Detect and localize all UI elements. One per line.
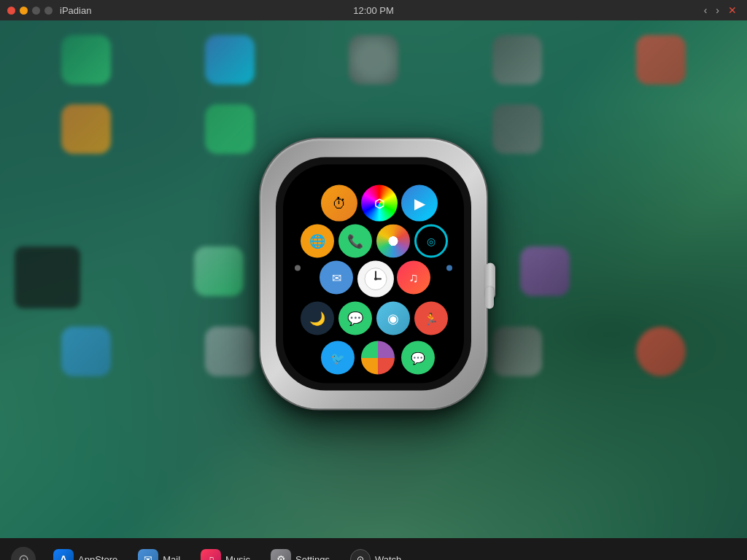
- watch-container: ⏱ ⬡ ▶ 🌐 📞: [260, 139, 487, 409]
- dock-item-appstore[interactable]: A AppStore: [43, 543, 128, 560]
- title-bar: iPadian 12:00 PM ‹ › ✕: [0, 0, 747, 20]
- nav-close-button[interactable]: ✕: [725, 4, 740, 16]
- appstore-label: AppStore: [78, 554, 117, 561]
- twitter-icon[interactable]: 🐦: [321, 341, 355, 375]
- settings-dock-icon: ⚙: [271, 549, 291, 560]
- watch-label: Watch: [375, 554, 401, 561]
- music-icon[interactable]: ♫: [397, 261, 430, 295]
- appstore-icon: A: [53, 549, 74, 560]
- messages-icon[interactable]: 💬: [338, 302, 372, 335]
- bg-icon-20: [636, 327, 686, 376]
- dock-item-settings[interactable]: ⚙ Settings: [260, 543, 340, 560]
- colorful-icon[interactable]: ⬡: [361, 185, 398, 222]
- bg-icon-14: [520, 246, 570, 296]
- photos-icon[interactable]: 🌸: [376, 225, 410, 258]
- bg-icon-10: [636, 104, 686, 154]
- traffic-light-red[interactable]: [7, 7, 15, 15]
- main-area: ⏱ ⬡ ▶ 🌐 📞: [0, 20, 747, 538]
- mail-icon[interactable]: ✉: [320, 261, 353, 295]
- bg-icon-2: [205, 35, 255, 85]
- bg-icon-16: [61, 327, 111, 376]
- bg-icon-1: [61, 35, 111, 85]
- dots-game-icon[interactable]: [361, 341, 395, 375]
- nav-forward-button[interactable]: ›: [713, 4, 722, 16]
- bg-row-1: [0, 35, 747, 85]
- traffic-light-gray2: [44, 7, 53, 15]
- music-label: Music: [225, 554, 250, 561]
- tv-icon[interactable]: ▶: [401, 185, 438, 222]
- dock-item-mail[interactable]: ✉ Mail: [128, 543, 190, 560]
- bg-icon-5: [636, 35, 686, 85]
- dock: ⊙ A AppStore ✉ Mail ♫ Music ⚙ Settings ⊙…: [0, 538, 747, 560]
- mail-label: Mail: [163, 554, 180, 561]
- activity-icon[interactable]: ⏱: [321, 185, 357, 222]
- mail-dock-icon: ✉: [138, 549, 158, 560]
- bg-icon-17: [205, 327, 255, 376]
- traffic-light-yellow[interactable]: [20, 7, 28, 15]
- bg-icon-6: [61, 104, 111, 154]
- clock-icon[interactable]: [357, 261, 394, 298]
- watch-outer: ⏱ ⬡ ▶ 🌐 📞: [260, 139, 487, 409]
- app-grid: ⏱ ⬡ ▶ 🌐 📞: [293, 179, 454, 369]
- wechat-icon[interactable]: 💬: [401, 341, 435, 375]
- dot-left: [295, 265, 301, 271]
- bg-icon-19: [492, 327, 542, 376]
- dock-item-watch[interactable]: ⊙ Watch: [340, 543, 411, 560]
- activity-ring-icon[interactable]: ◎: [414, 225, 448, 258]
- bg-icon-7: [205, 104, 255, 154]
- watch-screen: ⏱ ⬡ ▶ 🌐 📞: [283, 165, 464, 384]
- title-bar-nav: ‹ › ✕: [701, 4, 740, 16]
- bg-icon-9: [492, 104, 542, 154]
- globe-icon[interactable]: 🌐: [301, 225, 334, 258]
- bg-icon-3: [349, 35, 398, 85]
- nav-back-button[interactable]: ‹: [701, 4, 711, 16]
- bg-icon-11: [15, 246, 80, 308]
- phone-icon[interactable]: 📞: [338, 225, 372, 258]
- title-bar-time: 12:00 PM: [353, 5, 394, 16]
- watch-bezel: ⏱ ⬡ ▶ 🌐 📞: [276, 158, 471, 391]
- dock-item-music[interactable]: ♫ Music: [190, 543, 260, 560]
- title-bar-left: iPadian: [7, 5, 91, 16]
- dot-right: [446, 265, 452, 271]
- svg-point-3: [374, 278, 377, 281]
- app-name: iPadian: [60, 5, 91, 16]
- music-dock-icon: ♫: [201, 549, 221, 560]
- bg-icon-4: [492, 35, 542, 85]
- bg-icon-15: [683, 246, 732, 296]
- maps-icon[interactable]: ◉: [376, 302, 410, 335]
- dock-logo: ⊙: [11, 547, 36, 560]
- settings-label: Settings: [295, 554, 330, 561]
- moon-icon[interactable]: 🌙: [301, 302, 334, 335]
- watch-dock-icon: ⊙: [350, 549, 371, 560]
- fitness-icon[interactable]: 🏃: [414, 302, 448, 335]
- watch-button: [485, 287, 494, 309]
- bg-icon-12: [194, 246, 244, 296]
- traffic-light-gray: [32, 7, 40, 15]
